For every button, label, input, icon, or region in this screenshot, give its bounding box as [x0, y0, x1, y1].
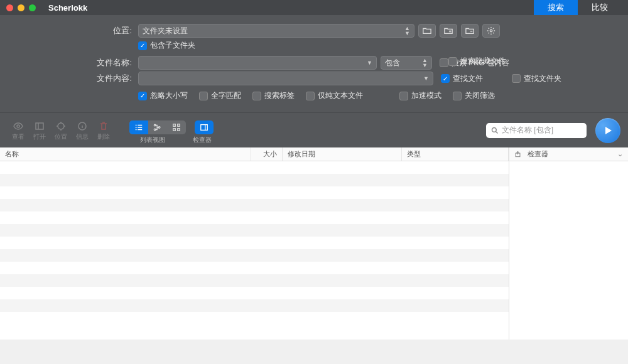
chevron-updown-icon: ▲▼	[422, 58, 428, 68]
label-filename: 文件名称:	[94, 57, 132, 68]
table-row	[0, 312, 509, 324]
table-row	[0, 186, 509, 199]
play-icon	[603, 126, 613, 136]
col-size[interactable]: 大小	[251, 147, 283, 161]
filter-search-input[interactable]: 文件名称 [包含]	[486, 123, 587, 138]
svg-rect-11	[178, 128, 180, 131]
checkbox-search-tags[interactable]: 搜索标签	[252, 90, 295, 101]
table-row	[0, 237, 509, 249]
toolbar-delete[interactable]: 删除	[93, 120, 114, 141]
view-tree[interactable]	[148, 120, 167, 134]
filename-input[interactable]: ▼	[138, 56, 377, 70]
share-icon	[514, 151, 521, 158]
open-folder-button[interactable]	[418, 24, 436, 38]
tab-compare[interactable]: 比较	[578, 0, 622, 15]
chevron-down-icon: ▼	[367, 60, 372, 65]
table-row	[0, 199, 509, 211]
checkbox-whole-word[interactable]: 全字匹配	[199, 90, 241, 101]
view-list[interactable]	[129, 120, 148, 134]
checkbox-search-hidden[interactable]: 搜索隐藏文件	[448, 56, 506, 67]
search-icon	[491, 127, 499, 134]
col-modified[interactable]: 修改日期	[283, 147, 402, 161]
table-row	[0, 274, 509, 287]
table-row	[0, 224, 509, 237]
filename-mode-combo[interactable]: 包含 ▲▼	[381, 56, 432, 70]
svg-rect-8	[173, 124, 176, 126]
inspector-header[interactable]: 检查器 ⌄	[509, 147, 628, 161]
svg-point-0	[490, 29, 492, 32]
toolbar-view[interactable]: 查看	[8, 120, 29, 141]
table-row	[0, 262, 509, 274]
col-type[interactable]: 类型	[402, 147, 509, 161]
close-window[interactable]	[6, 4, 13, 11]
search-panel: 位置: 文件夹未设置 ▲▼ ✓包含子文件夹 文件名称: ▼ 包含 ▲▼	[0, 15, 628, 112]
checkbox-include-subfolders[interactable]: ✓包含子文件夹	[138, 40, 195, 51]
label-location: 位置:	[94, 25, 132, 36]
content-input[interactable]: ▼	[138, 72, 433, 85]
svg-point-1	[17, 125, 19, 127]
location-combo[interactable]: 文件夹未设置 ▲▼	[138, 24, 414, 38]
location-combo-value: 文件夹未设置	[143, 26, 188, 36]
col-name[interactable]: 名称	[0, 147, 251, 161]
svg-point-13	[492, 127, 497, 132]
settings-button[interactable]	[482, 24, 500, 38]
results-rows	[0, 161, 509, 340]
toolbar-location[interactable]: 位置	[50, 120, 72, 141]
toolbar-info[interactable]: 信息	[72, 120, 93, 141]
checkbox-find-files[interactable]: ✓查找文件	[441, 73, 483, 84]
start-search-button[interactable]	[595, 118, 620, 143]
svg-rect-9	[178, 124, 180, 126]
remove-folder-button[interactable]	[461, 24, 479, 38]
table-row	[0, 174, 509, 186]
inspector-toggle[interactable]	[195, 120, 214, 134]
filter-search-placeholder: 文件名称 [包含]	[502, 125, 553, 136]
toolbar-open[interactable]: 打开	[29, 120, 50, 141]
inspector-title: 检查器	[528, 149, 548, 159]
chevron-updown-icon: ▲▼	[404, 26, 410, 36]
column-headers: 名称 大小 修改日期 类型	[0, 147, 509, 161]
add-folder-button[interactable]	[440, 24, 457, 38]
window-controls	[6, 4, 36, 11]
results-area: 名称 大小 修改日期 类型 检查器 ⌄	[0, 147, 628, 340]
table-row	[0, 299, 509, 312]
checkbox-close-filter[interactable]: 关闭筛选	[453, 90, 495, 101]
checkbox-find-folders[interactable]: 查找文件夹	[512, 73, 561, 84]
svg-point-3	[58, 123, 64, 129]
chevron-down-icon: ⌄	[617, 150, 623, 158]
svg-rect-10	[173, 128, 176, 131]
chevron-down-icon: ▼	[423, 76, 429, 81]
zoom-window[interactable]	[29, 4, 36, 11]
minimize-window[interactable]	[18, 4, 24, 11]
svg-rect-2	[36, 123, 43, 129]
inspector-panel: 检查器 ⌄	[509, 147, 628, 340]
table-row	[0, 287, 509, 299]
svg-rect-12	[201, 124, 208, 130]
table-row	[0, 211, 509, 224]
table-row	[0, 249, 509, 262]
toolbar: 查看 打开 位置 信息 删除 列表视图 检查器	[0, 112, 628, 147]
titlebar: Scherlokk 搜索 比较	[0, 0, 628, 15]
checkbox-ignore-case[interactable]: ✓忽略大小写	[138, 90, 188, 101]
tab-search[interactable]: 搜索	[534, 0, 578, 15]
table-row	[0, 161, 509, 174]
results-list: 名称 大小 修改日期 类型	[0, 147, 509, 340]
filename-mode-value: 包含	[385, 58, 400, 68]
view-mode-label: 列表视图	[140, 136, 165, 144]
inspector-toggle-label: 检查器	[193, 136, 212, 144]
view-mode-segment	[129, 120, 186, 134]
checkbox-fast-mode[interactable]: 加速模式	[399, 90, 441, 101]
view-grid[interactable]	[167, 120, 186, 134]
label-content: 文件内容:	[94, 73, 132, 84]
app-title: Scherlokk	[48, 3, 87, 13]
checkbox-text-only[interactable]: 仅纯文本文件	[306, 90, 363, 101]
